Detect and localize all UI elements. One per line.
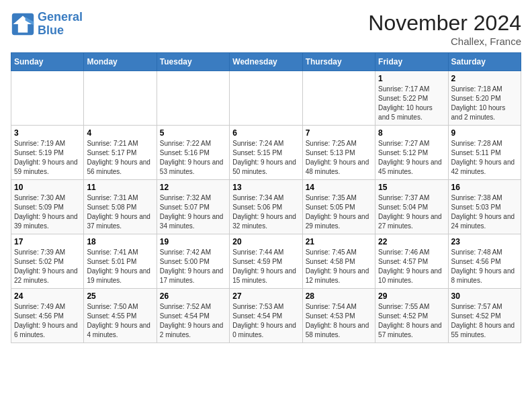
day-info: Sunrise: 7:31 AMSunset: 5:08 PMDaylight:… (87, 193, 153, 231)
day-cell: 20Sunrise: 7:44 AMSunset: 4:59 PMDayligh… (230, 234, 302, 289)
day-info: Sunrise: 7:38 AMSunset: 5:03 PMDaylight:… (451, 193, 518, 231)
day-number: 7 (306, 128, 372, 138)
day-cell: 16Sunrise: 7:38 AMSunset: 5:03 PMDayligh… (448, 180, 521, 234)
day-info: Sunrise: 7:28 AMSunset: 5:11 PMDaylight:… (451, 139, 518, 177)
day-info: Sunrise: 7:53 AMSunset: 4:54 PMDaylight:… (232, 302, 299, 340)
day-number: 10 (14, 183, 81, 192)
weekday-header-sunday: Sunday (11, 53, 84, 71)
day-info: Sunrise: 7:25 AMSunset: 5:13 PMDaylight:… (306, 139, 372, 177)
day-cell: 28Sunrise: 7:54 AMSunset: 4:53 PMDayligh… (302, 289, 375, 343)
day-cell: 29Sunrise: 7:55 AMSunset: 4:52 PMDayligh… (375, 289, 448, 343)
day-cell (11, 71, 84, 126)
month-title: November 2024 (368, 11, 521, 36)
day-number: 8 (378, 128, 445, 138)
day-info: Sunrise: 7:45 AMSunset: 4:58 PMDaylight:… (306, 248, 372, 285)
day-cell: 18Sunrise: 7:41 AMSunset: 5:01 PMDayligh… (84, 234, 157, 289)
day-info: Sunrise: 7:54 AMSunset: 4:53 PMDaylight:… (306, 302, 372, 340)
day-number: 3 (14, 128, 81, 138)
day-cell: 2Sunrise: 7:18 AMSunset: 5:20 PMDaylight… (448, 71, 521, 126)
day-info: Sunrise: 7:42 AMSunset: 5:00 PMDaylight:… (160, 248, 226, 285)
day-info: Sunrise: 7:35 AMSunset: 5:05 PMDaylight:… (306, 193, 372, 231)
day-cell: 23Sunrise: 7:48 AMSunset: 4:56 PMDayligh… (448, 234, 521, 289)
day-cell: 19Sunrise: 7:42 AMSunset: 5:00 PMDayligh… (157, 234, 229, 289)
day-info: Sunrise: 7:37 AMSunset: 5:04 PMDaylight:… (378, 193, 445, 231)
day-number: 20 (232, 237, 299, 246)
day-info: Sunrise: 7:34 AMSunset: 5:06 PMDaylight:… (232, 193, 299, 231)
day-number: 4 (87, 128, 153, 138)
day-number: 30 (451, 291, 518, 301)
day-cell: 8Sunrise: 7:27 AMSunset: 5:12 PMDaylight… (375, 126, 448, 180)
day-cell (84, 71, 157, 126)
day-info: Sunrise: 7:30 AMSunset: 5:09 PMDaylight:… (14, 193, 81, 231)
day-number: 6 (232, 128, 299, 138)
day-number: 14 (306, 183, 372, 192)
weekday-header-wednesday: Wednesday (230, 53, 302, 71)
weekday-header-thursday: Thursday (302, 53, 375, 71)
weekday-header-tuesday: Tuesday (157, 53, 229, 71)
day-info: Sunrise: 7:55 AMSunset: 4:52 PMDaylight:… (378, 302, 445, 340)
logo: General Blue (11, 11, 83, 38)
day-cell: 5Sunrise: 7:22 AMSunset: 5:16 PMDaylight… (157, 126, 229, 180)
day-number: 12 (160, 183, 226, 192)
day-number: 24 (14, 291, 81, 301)
day-number: 26 (160, 291, 226, 301)
day-cell (230, 71, 302, 126)
day-cell: 9Sunrise: 7:28 AMSunset: 5:11 PMDaylight… (448, 126, 521, 180)
day-info: Sunrise: 7:57 AMSunset: 4:52 PMDaylight:… (451, 302, 518, 340)
day-cell: 30Sunrise: 7:57 AMSunset: 4:52 PMDayligh… (448, 289, 521, 343)
day-info: Sunrise: 7:32 AMSunset: 5:07 PMDaylight:… (160, 193, 226, 231)
logo-text: General Blue (38, 11, 83, 38)
logo-line2: Blue (38, 24, 64, 37)
day-info: Sunrise: 7:48 AMSunset: 4:56 PMDaylight:… (451, 248, 518, 285)
title-block: November 2024 Challex, France (368, 11, 521, 47)
day-number: 25 (87, 291, 153, 301)
day-cell: 27Sunrise: 7:53 AMSunset: 4:54 PMDayligh… (230, 289, 302, 343)
day-info: Sunrise: 7:27 AMSunset: 5:12 PMDaylight:… (378, 139, 445, 177)
day-number: 1 (378, 74, 445, 83)
weekday-header-row: SundayMondayTuesdayWednesdayThursdayFrid… (11, 53, 521, 71)
week-row-2: 3Sunrise: 7:19 AMSunset: 5:19 PMDaylight… (11, 126, 521, 180)
day-number: 18 (87, 237, 153, 246)
day-number: 28 (306, 291, 372, 301)
day-info: Sunrise: 7:18 AMSunset: 5:20 PMDaylight:… (451, 85, 518, 122)
day-cell: 6Sunrise: 7:24 AMSunset: 5:15 PMDaylight… (230, 126, 302, 180)
weekday-header-saturday: Saturday (448, 53, 521, 71)
day-number: 17 (14, 237, 81, 246)
day-number: 13 (232, 183, 299, 192)
location: Challex, France (368, 36, 521, 47)
day-number: 15 (378, 183, 445, 192)
day-number: 16 (451, 183, 518, 192)
day-number: 23 (451, 237, 518, 246)
day-info: Sunrise: 7:39 AMSunset: 5:02 PMDaylight:… (14, 248, 81, 285)
week-row-3: 10Sunrise: 7:30 AMSunset: 5:09 PMDayligh… (11, 180, 521, 234)
day-cell: 26Sunrise: 7:52 AMSunset: 4:54 PMDayligh… (157, 289, 229, 343)
day-number: 2 (451, 74, 518, 83)
day-cell (157, 71, 229, 126)
week-row-5: 24Sunrise: 7:49 AMSunset: 4:56 PMDayligh… (11, 289, 521, 343)
page-header: General Blue November 2024 Challex, Fran… (11, 11, 521, 47)
day-cell: 22Sunrise: 7:46 AMSunset: 4:57 PMDayligh… (375, 234, 448, 289)
day-cell: 14Sunrise: 7:35 AMSunset: 5:05 PMDayligh… (302, 180, 375, 234)
day-cell: 1Sunrise: 7:17 AMSunset: 5:22 PMDaylight… (375, 71, 448, 126)
day-number: 29 (378, 291, 445, 301)
logo-icon (11, 12, 35, 36)
logo-line1: General (38, 10, 83, 24)
day-cell: 12Sunrise: 7:32 AMSunset: 5:07 PMDayligh… (157, 180, 229, 234)
day-number: 27 (232, 291, 299, 301)
day-number: 22 (378, 237, 445, 246)
day-info: Sunrise: 7:49 AMSunset: 4:56 PMDaylight:… (14, 302, 81, 340)
day-number: 19 (160, 237, 226, 246)
day-number: 11 (87, 183, 153, 192)
day-cell: 17Sunrise: 7:39 AMSunset: 5:02 PMDayligh… (11, 234, 84, 289)
day-cell: 21Sunrise: 7:45 AMSunset: 4:58 PMDayligh… (302, 234, 375, 289)
day-info: Sunrise: 7:46 AMSunset: 4:57 PMDaylight:… (378, 248, 445, 285)
day-info: Sunrise: 7:24 AMSunset: 5:15 PMDaylight:… (232, 139, 299, 177)
week-row-4: 17Sunrise: 7:39 AMSunset: 5:02 PMDayligh… (11, 234, 521, 289)
day-cell: 3Sunrise: 7:19 AMSunset: 5:19 PMDaylight… (11, 126, 84, 180)
day-info: Sunrise: 7:19 AMSunset: 5:19 PMDaylight:… (14, 139, 81, 177)
day-info: Sunrise: 7:21 AMSunset: 5:17 PMDaylight:… (87, 139, 153, 177)
weekday-header-friday: Friday (375, 53, 448, 71)
day-cell: 7Sunrise: 7:25 AMSunset: 5:13 PMDaylight… (302, 126, 375, 180)
day-cell (302, 71, 375, 126)
day-cell: 10Sunrise: 7:30 AMSunset: 5:09 PMDayligh… (11, 180, 84, 234)
